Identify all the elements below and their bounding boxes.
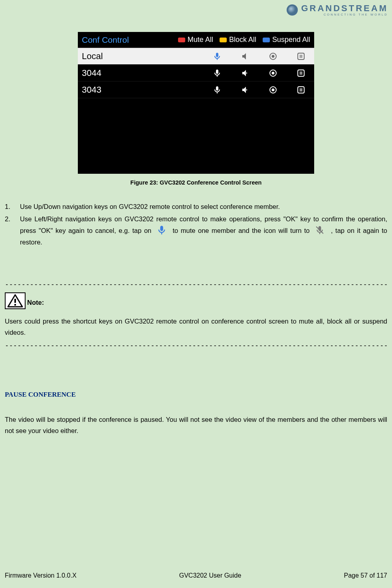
svg-point-1 [272,55,275,58]
instruction-2: 2. Use Left/Right navigation keys on GVC… [5,213,387,248]
speaker-icon [241,85,249,94]
mic-icon [213,85,222,94]
section-heading: PAUSE CONFERENCE [5,389,387,401]
legend-suspend-all: Suspend All [263,36,310,44]
mic-muted-icon [315,225,325,235]
svg-rect-17 [14,304,16,306]
list-number: 2. [5,213,20,248]
mic-icon [213,69,222,77]
legend-block-all: Block All [220,36,256,44]
instruction-1-text: Use Up/Down navigation keys on GVC3202 r… [20,201,387,213]
pause-icon [297,69,305,77]
footer-page: Page 57 of 117 [344,572,387,579]
legend-mute-all: Mute All [178,36,213,44]
warning-icon [5,292,26,309]
svg-point-11 [272,88,275,91]
legend-block-label: Block All [229,36,256,44]
conference-control-screenshot: Conf Control Mute All Block All Suspend … [78,32,314,174]
legend-suspend-label: Suspend All [272,36,310,44]
logo-text: GRANDSTREAM [301,3,388,14]
speaker-icon [241,52,249,61]
record-icon [269,69,277,77]
page-footer: Firmware Version 1.0.0.X GVC3202 User Gu… [5,572,387,579]
red-dot-icon [178,38,185,42]
speaker-icon [241,69,249,77]
list-number: 1. [5,201,20,213]
svg-rect-4 [301,55,302,58]
footer-title: GVC3202 User Guide [179,572,242,579]
participant-row-local: Local [78,48,314,65]
separator-line: ----------------------------------------… [5,342,387,349]
svg-point-6 [272,72,275,74]
svg-rect-3 [300,55,301,58]
svg-rect-16 [14,299,16,303]
participant-label: 3044 [82,68,158,78]
blue-dot-icon [263,38,270,42]
svg-rect-8 [300,72,301,75]
figure-caption: Figure 23: GVC3202 Conference Control Sc… [78,179,314,186]
svg-rect-13 [300,88,301,91]
separator-line: ----------------------------------------… [5,281,387,288]
instruction-2-text: Use Left/Right navigation keys on GVC320… [20,213,387,248]
svg-rect-9 [301,72,302,75]
svg-rect-12 [298,87,304,93]
instruction-1: 1. Use Up/Down navigation keys on GVC320… [5,201,387,213]
note-label: Note: [27,297,44,309]
participant-row-3043: 3043 [78,81,314,98]
participant-label: Local [82,51,158,62]
footer-firmware: Firmware Version 1.0.0.X [5,572,77,579]
screenshot-title: Conf Control [82,35,137,45]
participant-row-3044: 3044 [78,65,314,81]
screenshot-header: Conf Control Mute All Block All Suspend … [78,32,314,48]
participant-label: 3043 [82,85,158,95]
logo-globe-icon [287,4,298,16]
pause-icon [297,52,305,61]
legend-mute-label: Mute All [188,36,213,44]
note-header: Note: [5,292,387,309]
section-body: The video will be stopped if the confere… [5,414,387,436]
mic-icon [213,52,222,61]
screenshot-legend: Mute All Block All Suspend All [137,36,310,44]
mic-blue-icon [157,225,167,235]
svg-rect-14 [301,88,302,91]
record-icon [269,52,277,61]
yellow-dot-icon [220,38,227,42]
note-text: Users could press the shortcut keys on G… [5,316,387,338]
record-icon [269,85,277,94]
instruction-2b: to mute one member and the icon will tur… [172,227,312,234]
pause-icon [297,85,305,94]
svg-rect-7 [298,70,304,76]
brand-logo: GRANDSTREAM CONNECTING THE WORLD [287,3,388,16]
svg-rect-2 [298,53,304,60]
